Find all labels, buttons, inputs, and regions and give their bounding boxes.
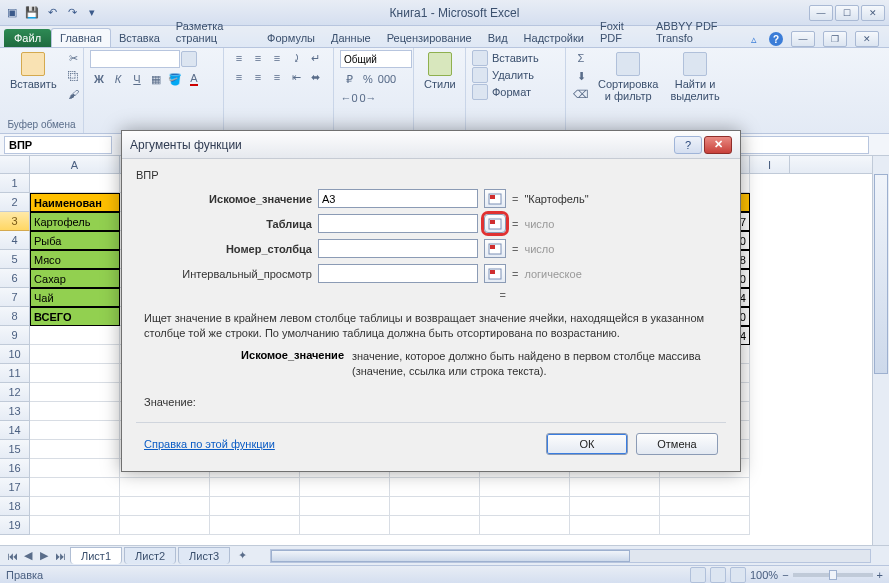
underline-icon[interactable]: Ч (128, 71, 146, 87)
sheet-nav-first-icon[interactable]: ⏮ (4, 548, 20, 564)
range-select-button[interactable] (484, 239, 506, 258)
view-pagebreak-icon[interactable] (730, 567, 746, 583)
dec-decimal-icon[interactable]: 0→ (359, 90, 377, 106)
delete-cells-label[interactable]: Удалить (492, 69, 534, 81)
row-header-10[interactable]: 10 (0, 345, 30, 364)
arg-input-range-lookup[interactable] (318, 264, 478, 283)
tab-view[interactable]: Вид (480, 29, 516, 47)
number-format-box[interactable]: Общий (340, 50, 412, 68)
view-normal-icon[interactable] (690, 567, 706, 583)
clear-icon[interactable]: ⌫ (572, 86, 590, 102)
row-header-19[interactable]: 19 (0, 516, 30, 535)
row-header-4[interactable]: 4 (0, 231, 30, 250)
font-size-box[interactable] (181, 51, 197, 67)
sheet-tab-3[interactable]: Лист3 (178, 547, 230, 564)
view-layout-icon[interactable] (710, 567, 726, 583)
range-select-button-highlighted[interactable] (484, 214, 506, 233)
arg-input-table[interactable] (318, 214, 478, 233)
row-header-6[interactable]: 6 (0, 269, 30, 288)
align-left-icon[interactable]: ≡ (230, 69, 248, 85)
row-header-7[interactable]: 7 (0, 288, 30, 307)
delete-cells-icon[interactable] (472, 67, 488, 83)
font-name-box[interactable] (90, 50, 180, 68)
range-select-button[interactable] (484, 189, 506, 208)
zoom-slider[interactable] (793, 573, 873, 577)
horizontal-scrollbar[interactable] (270, 549, 871, 563)
zoom-in-button[interactable]: + (877, 569, 883, 581)
vscroll-thumb[interactable] (874, 174, 888, 374)
row-header-11[interactable]: 11 (0, 364, 30, 383)
minimize-button[interactable]: — (809, 5, 833, 21)
merge-icon[interactable]: ⬌ (306, 69, 324, 85)
tab-foxit[interactable]: Foxit PDF (592, 17, 648, 47)
cell-A4[interactable]: Рыба (30, 231, 120, 250)
col-header-I[interactable]: I (750, 156, 790, 173)
insert-cells-label[interactable]: Вставить (492, 52, 539, 64)
col-header-A[interactable]: A (30, 156, 120, 173)
cell-A6[interactable]: Сахар (30, 269, 120, 288)
cancel-button[interactable]: Отмена (636, 433, 718, 455)
range-select-button[interactable] (484, 264, 506, 283)
ok-button[interactable]: ОК (546, 433, 628, 455)
sheet-nav-prev-icon[interactable]: ◀ (20, 548, 36, 564)
sort-filter-button[interactable]: Сортировка и фильтр (594, 50, 662, 104)
cell-A5[interactable]: Мясо (30, 250, 120, 269)
arg-input-col-index[interactable] (318, 239, 478, 258)
align-middle-icon[interactable]: ≡ (249, 50, 267, 66)
bold-icon[interactable]: Ж (90, 71, 108, 87)
file-tab[interactable]: Файл (4, 29, 51, 47)
row-header-12[interactable]: 12 (0, 383, 30, 402)
wrap-text-icon[interactable]: ↵ (306, 50, 324, 66)
insert-cells-icon[interactable] (472, 50, 488, 66)
select-all-corner[interactable] (0, 156, 30, 173)
sheet-tab-1[interactable]: Лист1 (70, 547, 122, 564)
comma-icon[interactable]: 000 (378, 71, 396, 87)
dialog-help-button[interactable]: ? (674, 136, 702, 154)
tab-review[interactable]: Рецензирование (379, 29, 480, 47)
sheet-nav-last-icon[interactable]: ⏭ (52, 548, 68, 564)
row-header-9[interactable]: 9 (0, 326, 30, 345)
fill-color-icon[interactable]: 🪣 (166, 71, 184, 87)
sheet-tab-2[interactable]: Лист2 (124, 547, 176, 564)
redo-icon[interactable]: ↷ (64, 5, 80, 21)
orientation-icon[interactable]: ⤸ (287, 50, 305, 66)
row-header-17[interactable]: 17 (0, 478, 30, 497)
new-sheet-icon[interactable]: ✦ (234, 548, 250, 564)
row-header-8[interactable]: 8 (0, 307, 30, 326)
help-icon[interactable]: ? (769, 32, 783, 46)
cell-A7[interactable]: Чай (30, 288, 120, 307)
format-cells-icon[interactable] (472, 84, 488, 100)
row-header-2[interactable]: 2 (0, 193, 30, 212)
maximize-button[interactable]: ☐ (835, 5, 859, 21)
find-select-button[interactable]: Найти и выделить (666, 50, 723, 104)
close-button[interactable]: ✕ (861, 5, 885, 21)
align-center-icon[interactable]: ≡ (249, 69, 267, 85)
sheet-nav-next-icon[interactable]: ▶ (36, 548, 52, 564)
qat-dropdown-icon[interactable]: ▾ (84, 5, 100, 21)
workbook-minimize-button[interactable]: — (791, 31, 815, 47)
format-cells-label[interactable]: Формат (492, 86, 531, 98)
cell-A3[interactable]: Картофель (30, 212, 120, 231)
copy-icon[interactable]: ⿻ (65, 68, 83, 84)
percent-icon[interactable]: % (359, 71, 377, 87)
tab-abbyy[interactable]: ABBYY PDF Transfo (648, 17, 747, 47)
zoom-out-button[interactable]: − (782, 569, 788, 581)
undo-icon[interactable]: ↶ (44, 5, 60, 21)
align-top-icon[interactable]: ≡ (230, 50, 248, 66)
cut-icon[interactable]: ✂ (65, 50, 83, 66)
tab-insert[interactable]: Вставка (111, 29, 168, 47)
row-header-18[interactable]: 18 (0, 497, 30, 516)
border-icon[interactable]: ▦ (147, 71, 165, 87)
row-header-3[interactable]: 3 (0, 212, 30, 231)
zoom-slider-thumb[interactable] (829, 570, 837, 580)
tab-home[interactable]: Главная (51, 28, 111, 47)
tab-layout[interactable]: Разметка страниц (168, 17, 259, 47)
row-header-5[interactable]: 5 (0, 250, 30, 269)
name-box[interactable]: ВПР (4, 136, 112, 154)
save-icon[interactable]: 💾 (24, 5, 40, 21)
vertical-scrollbar[interactable] (872, 156, 889, 552)
tab-data[interactable]: Данные (323, 29, 379, 47)
inc-decimal-icon[interactable]: ←0 (340, 90, 358, 106)
arg-input-lookup-value[interactable] (318, 189, 478, 208)
indent-dec-icon[interactable]: ⇤ (287, 69, 305, 85)
